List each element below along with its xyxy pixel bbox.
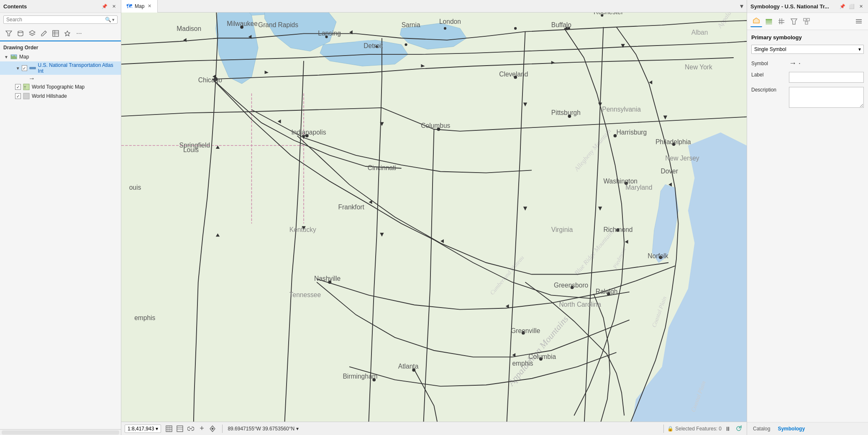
pin-icon[interactable]: 📌 xyxy=(101,3,108,10)
svg-text:Raleigh: Raleigh xyxy=(596,288,618,295)
topo-layer-label: World Topographic Map xyxy=(32,84,84,90)
hillshade-layer-label: World Hillshade xyxy=(32,93,67,99)
pause-button[interactable]: ⏸ xyxy=(723,424,732,433)
table-view-icon[interactable] xyxy=(175,424,184,433)
symbology-tab[interactable]: Symbology xyxy=(776,425,807,432)
label-label: Label xyxy=(751,72,789,78)
svg-rect-130 xyxy=(166,426,172,432)
sym-pin-icon[interactable]: 📌 xyxy=(839,3,846,10)
tree-item-map[interactable]: ▼ Map xyxy=(0,52,121,61)
tree-item-topo[interactable]: ✓ T World Topographic Map xyxy=(0,82,121,92)
map-svg[interactable]: Appalachian Mountains Allegheny Mountain… xyxy=(121,13,747,422)
tree-item-transport-symbol: → xyxy=(0,75,121,82)
database-icon[interactable] xyxy=(15,28,26,39)
scale-selector[interactable]: 1:8,417,943 ▾ xyxy=(125,425,161,433)
navigate-icon[interactable] xyxy=(208,424,217,433)
svg-text:Detroit: Detroit xyxy=(364,42,383,49)
svg-text:Alban: Alban xyxy=(691,29,708,36)
sym-float-icon[interactable]: ⬜ xyxy=(848,3,855,10)
contents-panel: Contents 📌 ✕ 🔍 ▾ xyxy=(0,0,121,435)
sym-diagram-icon[interactable] xyxy=(801,15,812,27)
plus-icon[interactable]: + xyxy=(197,424,206,433)
svg-text:Pennsylvania: Pennsylvania xyxy=(602,106,641,113)
description-label: Description xyxy=(751,87,789,93)
symbology-footer: Catalog Symbology xyxy=(747,422,868,435)
status-divider xyxy=(222,425,223,433)
svg-text:T: T xyxy=(24,85,26,89)
sym-primary-icon[interactable] xyxy=(750,15,762,27)
scale-value: 1:8,417,943 xyxy=(128,426,154,432)
svg-text:Chicago: Chicago xyxy=(198,76,222,84)
symbol-label: Symbol xyxy=(751,61,789,66)
search-dropdown-icon[interactable]: ▾ xyxy=(112,17,115,23)
svg-rect-135 xyxy=(177,426,183,432)
contents-toolbar: ··· xyxy=(0,26,121,41)
star-icon[interactable] xyxy=(62,28,73,39)
catalog-tab[interactable]: Catalog xyxy=(751,425,772,432)
svg-text:Birmingham: Birmingham xyxy=(343,373,377,380)
map-tools: + xyxy=(164,424,217,433)
symbol-row: Symbol → • xyxy=(751,59,864,68)
description-input-wrap xyxy=(789,87,864,108)
svg-text:Sarnia: Sarnia xyxy=(402,21,420,28)
lock-icon: 🔒 xyxy=(667,426,673,432)
symbology-toolbar xyxy=(747,13,868,30)
svg-text:Maryland: Maryland xyxy=(625,184,652,191)
coordinates-value: 89.6947155°W 39.6753560°N xyxy=(228,426,294,432)
map-tree-icon xyxy=(10,53,18,61)
svg-text:Atlanta: Atlanta xyxy=(398,363,419,370)
symbol-value: → • xyxy=(789,59,864,68)
symbology-body: Primary symbology Single Symbol ▾ Symbol… xyxy=(747,30,868,422)
coordinates-display[interactable]: 89.6947155°W 39.6753560°N ▾ xyxy=(228,426,299,432)
svg-text:Richmond: Richmond xyxy=(603,226,632,233)
sym-close-icon[interactable]: ✕ xyxy=(857,3,865,10)
expand-transport-icon[interactable]: ▼ xyxy=(15,65,21,71)
sym-hash-icon[interactable] xyxy=(776,15,787,27)
svg-marker-147 xyxy=(791,19,797,24)
selected-features: 🔒 Selected Features: 0 ⏸ xyxy=(662,424,743,433)
hillshade-checkbox[interactable]: ✓ xyxy=(15,93,21,99)
contents-bottom xyxy=(0,429,121,435)
table-icon[interactable] xyxy=(50,28,61,39)
label-row: Label xyxy=(751,72,864,83)
refresh-button[interactable] xyxy=(734,424,743,433)
sym-layers-icon[interactable] xyxy=(763,15,775,27)
tree-item-hillshade[interactable]: ✓ World Hillshade xyxy=(0,92,121,101)
expand-map-icon[interactable]: ▼ xyxy=(3,54,9,60)
tab-dropdown-icon[interactable]: ▾ xyxy=(737,2,747,10)
primary-symbology-dropdown[interactable]: Single Symbol ▾ xyxy=(751,45,864,54)
description-textarea[interactable] xyxy=(789,87,864,108)
sym-menu-icon[interactable] xyxy=(853,15,865,27)
filter-icon[interactable] xyxy=(3,28,14,39)
more-icon[interactable]: ··· xyxy=(74,28,84,39)
map-area: 🗺 Map ✕ ▾ xyxy=(121,0,747,435)
topo-checkbox[interactable]: ✓ xyxy=(15,84,21,90)
svg-text:Grand Rapids: Grand Rapids xyxy=(258,21,298,28)
svg-text:Nashville: Nashville xyxy=(314,275,341,282)
sym-filter-icon[interactable] xyxy=(788,15,800,27)
map-tab[interactable]: 🗺 Map ✕ xyxy=(121,0,158,13)
primary-symbology-row: Single Symbol ▾ xyxy=(751,45,864,54)
pencil-icon[interactable] xyxy=(38,28,49,39)
grid-icon[interactable] xyxy=(164,424,174,433)
svg-text:Dover: Dover xyxy=(661,168,678,175)
selected-features-label: Selected Features: 0 xyxy=(675,426,722,432)
link-icon[interactable] xyxy=(186,424,195,433)
label-input-wrap xyxy=(789,72,864,83)
tree-item-transportation[interactable]: ▼ ✓ U.S. National Transportation Atlas I… xyxy=(0,61,121,75)
transport-checkbox[interactable]: ✓ xyxy=(22,65,28,71)
svg-rect-9 xyxy=(30,67,36,69)
map-statusbar: 1:8,417,943 ▾ + 89.694 xyxy=(121,422,747,435)
search-input[interactable] xyxy=(6,17,105,23)
svg-rect-149 xyxy=(807,18,809,21)
map-viewport[interactable]: Appalachian Mountains Allegheny Mountain… xyxy=(121,13,747,422)
svg-text:Greenville: Greenville xyxy=(511,327,540,334)
horizontal-scrollbar[interactable] xyxy=(2,430,119,435)
contents-title: Contents xyxy=(3,3,27,10)
label-input[interactable] xyxy=(789,72,864,83)
layers-icon[interactable] xyxy=(27,28,38,39)
svg-text:Buffalo: Buffalo xyxy=(551,21,571,28)
close-icon[interactable]: ✕ xyxy=(110,3,118,10)
svg-rect-142 xyxy=(766,23,772,24)
map-tab-close-icon[interactable]: ✕ xyxy=(147,3,152,9)
